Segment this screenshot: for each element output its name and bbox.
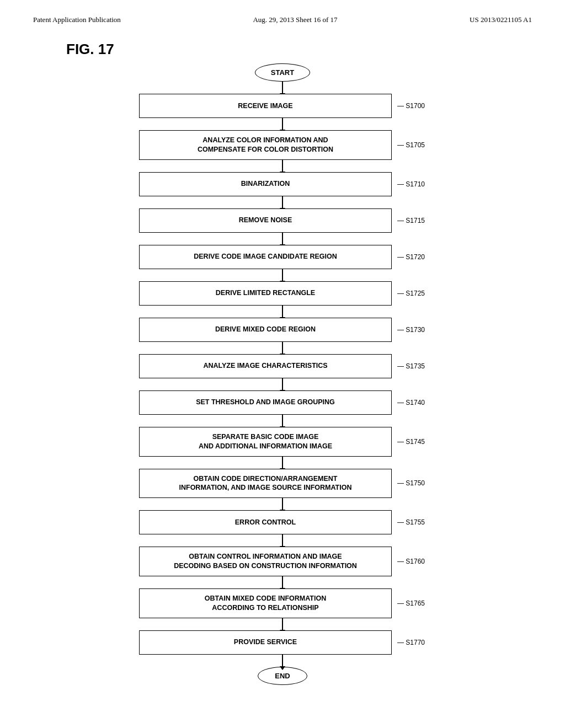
step-row-s1725: DERIVE LIMITED RECTANGLE— S1725 xyxy=(139,281,426,306)
header-middle: Aug. 29, 2013 Sheet 16 of 17 xyxy=(253,15,337,24)
step-box-s1730: DERIVE MIXED CODE REGION xyxy=(139,318,392,342)
step-row-s1755: ERROR CONTROL— S1755 xyxy=(139,510,426,534)
step-label-s1765: — S1765 xyxy=(397,599,426,607)
step-row-s1710: BINARIZATION— S1710 xyxy=(139,172,426,196)
step-box-s1725: DERIVE LIMITED RECTANGLE xyxy=(139,281,392,306)
arrow-7 xyxy=(282,342,283,354)
step-row-s1700: RECEIVE IMAGE— S1700 xyxy=(139,94,426,118)
step-row-s1745: SEPARATE BASIC CODE IMAGEAND ADDITIONAL … xyxy=(139,427,426,457)
step-box-s1755: ERROR CONTROL xyxy=(139,510,392,534)
arrow-13 xyxy=(282,576,283,588)
step-label-s1740: — S1740 xyxy=(397,399,426,406)
step-label-s1735: — S1735 xyxy=(397,362,426,370)
step-box-s1735: ANALYZE IMAGE CHARACTERISTICS xyxy=(139,354,392,378)
step-row-s1720: DERIVE CODE IMAGE CANDIDATE REGION— S172… xyxy=(139,245,426,269)
step-label-s1760: — S1760 xyxy=(397,558,426,565)
step-label-s1720: — S1720 xyxy=(397,253,426,261)
fig-label: FIG. 17 xyxy=(66,41,565,58)
arrow-9 xyxy=(282,415,283,427)
arrow-6 xyxy=(282,306,283,318)
arrow-14 xyxy=(282,618,283,630)
step-box-s1720: DERIVE CODE IMAGE CANDIDATE REGION xyxy=(139,245,392,269)
step-box-s1770: PROVIDE SERVICE xyxy=(139,630,392,655)
step-label-s1715: — S1715 xyxy=(397,217,426,224)
step-box-s1715: REMOVE NOISE xyxy=(139,208,392,233)
step-label-s1750: — S1750 xyxy=(397,479,426,487)
step-row-s1735: ANALYZE IMAGE CHARACTERISTICS— S1735 xyxy=(139,354,426,378)
arrow-8 xyxy=(282,378,283,390)
arrow-12 xyxy=(282,534,283,547)
step-row-s1740: SET THRESHOLD AND IMAGE GROUPING— S1740 xyxy=(139,390,426,415)
flowchart: START RECEIVE IMAGE— S1700ANALYZE COLOR … xyxy=(0,63,565,707)
page-header: Patent Application Publication Aug. 29, … xyxy=(0,0,565,30)
step-label-s1730: — S1730 xyxy=(397,326,426,334)
arrow-end xyxy=(282,655,283,667)
step-box-s1760: OBTAIN CONTROL INFORMATION AND IMAGEDECO… xyxy=(139,547,392,576)
step-label-s1745: — S1745 xyxy=(397,438,426,446)
step-box-s1710: BINARIZATION xyxy=(139,172,392,196)
arrow-0 xyxy=(282,82,283,94)
header-left: Patent Application Publication xyxy=(33,15,121,24)
step-row-s1730: DERIVE MIXED CODE REGION— S1730 xyxy=(139,318,426,342)
step-label-s1700: — S1700 xyxy=(397,102,426,110)
step-box-s1765: OBTAIN MIXED CODE INFORMATIONACCORDING T… xyxy=(139,588,392,618)
arrow-4 xyxy=(282,233,283,245)
step-row-s1705: ANALYZE COLOR INFORMATION ANDCOMPENSATE … xyxy=(139,130,426,160)
step-box-s1705: ANALYZE COLOR INFORMATION ANDCOMPENSATE … xyxy=(139,130,392,160)
step-label-s1770: — S1770 xyxy=(397,639,426,646)
step-label-s1755: — S1755 xyxy=(397,518,426,526)
step-box-s1740: SET THRESHOLD AND IMAGE GROUPING xyxy=(139,390,392,415)
arrow-5 xyxy=(282,269,283,281)
step-row-s1760: OBTAIN CONTROL INFORMATION AND IMAGEDECO… xyxy=(139,547,426,576)
step-row-s1750: OBTAIN CODE DIRECTION/ARRANGEMENTINFORMA… xyxy=(139,469,426,499)
step-row-s1765: OBTAIN MIXED CODE INFORMATIONACCORDING T… xyxy=(139,588,426,618)
start-oval: START xyxy=(255,63,310,82)
header-right: US 2013/0221105 A1 xyxy=(470,15,532,24)
step-row-s1770: PROVIDE SERVICE— S1770 xyxy=(139,630,426,655)
step-label-s1705: — S1705 xyxy=(397,141,426,149)
step-box-s1745: SEPARATE BASIC CODE IMAGEAND ADDITIONAL … xyxy=(139,427,392,457)
step-box-s1700: RECEIVE IMAGE xyxy=(139,94,392,118)
step-label-s1725: — S1725 xyxy=(397,290,426,297)
arrow-3 xyxy=(282,196,283,208)
arrow-2 xyxy=(282,160,283,172)
arrow-11 xyxy=(282,498,283,510)
step-row-s1715: REMOVE NOISE— S1715 xyxy=(139,208,426,233)
step-box-s1750: OBTAIN CODE DIRECTION/ARRANGEMENTINFORMA… xyxy=(139,469,392,499)
arrow-1 xyxy=(282,118,283,130)
step-label-s1710: — S1710 xyxy=(397,180,426,188)
arrow-10 xyxy=(282,457,283,469)
